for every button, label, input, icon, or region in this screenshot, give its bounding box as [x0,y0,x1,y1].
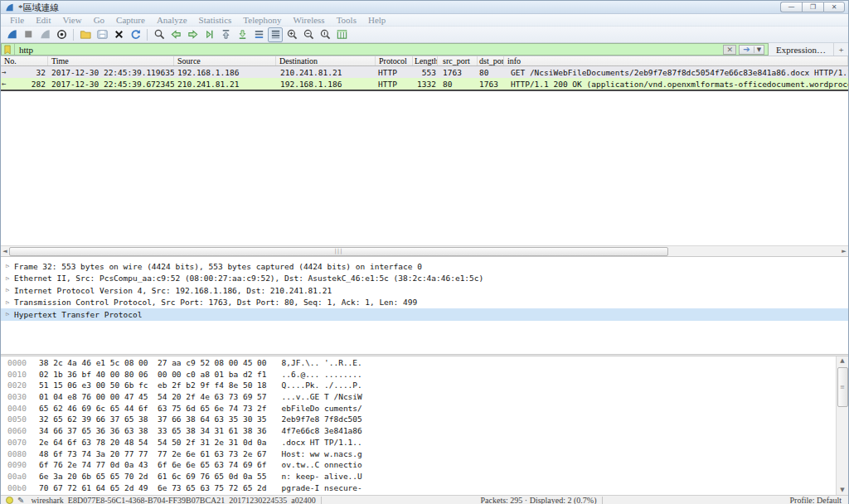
column-header-protocol[interactable]: Protocol [376,56,413,65]
cell-time: 2017-12-30 22:45:39.119635 [48,68,174,77]
detail-tree-item[interactable]: ▷Ethernet II, Src: PcsCompu_aa:c9:52 (08… [1,273,848,285]
menu-item-capture[interactable]: Capture [110,14,151,26]
hex-bytes: 34 66 37 65 36 36 63 38 33 65 38 34 31 6… [39,426,267,438]
hex-line-0090[interactable]: 00906f 76 2e 74 77 0d 0a 43 6f 6e 6e 65 … [7,460,836,472]
column-header-info[interactable]: info [504,56,848,65]
packet-row-32[interactable]: →322017-12-30 22:45:39.119635192.168.1.1… [1,66,848,78]
filter-clear-button[interactable]: ✕ [723,45,736,55]
hex-line-0020[interactable]: 002051 15 06 e3 00 50 6b fc eb 2f b2 9f … [7,380,836,392]
menu-item-wireless[interactable]: Wireless [288,14,331,26]
profile-status[interactable]: Profile: Default [790,496,842,504]
detail-tree-item[interactable]: ▷Internet Protocol Version 4, Src: 192.1… [1,284,848,297]
column-header-time[interactable]: Time [48,56,174,65]
column-header-srcport[interactable]: src_port [438,56,478,65]
filter-apply-button[interactable]: ➔ ▼ [739,45,764,55]
add-filter-button[interactable]: + [833,43,848,56]
capture-comment-icon[interactable]: ✎ [17,496,24,504]
expression-button[interactable]: Expression… [769,43,833,56]
hex-line-0030[interactable]: 003001 04 e8 76 00 00 47 45 54 20 2f 4e … [7,392,836,404]
toolbar-separator [73,29,74,41]
expand-triangle-icon[interactable]: ▷ [6,275,14,282]
menu-item-analyze[interactable]: Analyze [151,14,193,26]
hex-line-00b0[interactable]: 00b070 67 72 61 64 65 2d 49 6e 73 65 63 … [7,483,836,495]
hex-bytes: 6e 3a 20 6b 65 65 70 2d 61 6c 69 76 65 0… [39,472,267,483]
find-packet-button[interactable] [152,27,167,42]
go-back-button[interactable] [168,27,183,42]
detail-tree-item[interactable]: ▷Transmission Control Protocol, Src Port… [1,297,848,309]
hex-line-0010[interactable]: 001002 1b 36 bf 40 00 80 06 00 00 c0 a8 … [7,370,836,381]
close-file-button[interactable] [111,27,126,42]
go-to-top-button[interactable] [218,27,233,42]
go-forward-button[interactable] [185,27,200,42]
vertical-scrollbar-thumb[interactable]: ≡ [837,367,848,407]
scroll-up-arrow-icon[interactable]: ▲ [840,356,844,366]
display-filter-input[interactable]: http ✕ ➔ ▼ [1,43,769,56]
hex-bytes: 2e 64 6f 63 78 20 48 54 54 50 2f 31 2e 3… [39,438,267,449]
filter-dropdown-caret-icon[interactable]: ▼ [754,46,764,53]
cell-info: GET /NcsiWebFileDocuments/2eb9f7e87f8dc5… [504,68,848,77]
menu-item-go[interactable]: Go [88,14,110,26]
hex-line-0040[interactable]: 004065 62 46 69 6c 65 44 6f 63 75 6d 65 … [7,404,836,415]
expand-triangle-icon[interactable]: ▷ [6,287,14,293]
zoom-reset-button[interactable] [318,27,332,42]
menu-item-statistics[interactable]: Statistics [193,14,238,26]
save-file-button[interactable] [95,27,109,42]
expand-triangle-icon[interactable]: ▷ [6,311,14,317]
menu-item-edit[interactable]: Edit [30,14,56,26]
horizontal-scrollbar[interactable]: ◄ ||| ► [1,245,848,256]
cell-len: 553 [413,68,438,77]
auto-scroll-button[interactable] [251,27,266,42]
scroll-right-arrow-icon[interactable]: ► [840,248,848,254]
hex-line-0080[interactable]: 008048 6f 73 74 3a 20 77 77 77 2e 6e 61 … [7,449,836,461]
hex-offset: 0040 [7,404,32,415]
resize-columns-button[interactable] [334,27,349,42]
cell-dport: 80 [478,68,504,77]
detail-tree-item[interactable]: ▷Frame 32: 553 bytes on wire (4424 bits)… [1,260,848,273]
go-to-bottom-button[interactable] [235,27,250,42]
hex-line-0000[interactable]: 000038 2c 4a 46 e1 5c 08 00 27 aa c9 52 … [7,358,836,370]
filter-apply-arrow-icon[interactable]: ➔ [740,45,753,54]
horizontal-scrollbar-thumb[interactable]: ||| [9,247,668,256]
menu-item-telephony[interactable]: Telephony [237,14,287,26]
menu-item-view[interactable]: View [56,14,87,26]
menu-item-file[interactable]: File [4,14,30,26]
minimize-button[interactable]: — [780,2,802,12]
hex-bytes: 51 15 06 e3 00 50 6b fc eb 2f b2 9f f4 8… [39,380,267,392]
open-file-button[interactable] [78,27,93,42]
packet-row-282[interactable]: ←2822017-12-30 22:45:39.672345210.241.81… [1,78,848,90]
expand-triangle-icon[interactable]: ▷ [6,299,14,306]
column-header-no[interactable]: No. [1,56,48,65]
packet-details-pane: ▷Frame 32: 553 bytes on wire (4424 bits)… [1,256,848,354]
column-header-length[interactable]: Length [413,56,438,65]
hex-line-0050[interactable]: 005032 65 62 39 66 37 65 38 37 66 38 64 … [7,414,836,426]
vertical-scrollbar[interactable]: ▲ ≡ ▼ [836,356,848,495]
column-header-destination[interactable]: Destination [276,56,376,65]
filter-value[interactable]: http [15,45,723,55]
zoom-in-button[interactable] [284,27,299,42]
detail-tree-item[interactable]: ▷Hypertext Transfer Protocol [1,308,848,321]
colorize-button[interactable] [268,27,283,42]
column-header-source[interactable]: Source [174,56,276,65]
stop-capture-button[interactable] [21,27,36,42]
menu-item-tools[interactable]: Tools [331,14,362,26]
menu-item-help[interactable]: Help [362,14,391,26]
restore-button[interactable]: ❐ [802,2,823,12]
capture-options-button[interactable] [54,27,69,42]
stop-capture-icon [22,28,35,41]
start-capture-button[interactable] [4,27,19,42]
restart-capture-button[interactable] [37,27,52,42]
scroll-left-arrow-icon[interactable]: ◄ [1,248,9,254]
column-header-dstport[interactable]: dst_port [478,56,504,65]
expand-triangle-icon[interactable]: ▷ [6,263,14,269]
close-button[interactable]: ✕ [823,2,845,12]
hex-line-0060[interactable]: 006034 66 37 65 36 36 63 38 33 65 38 34 … [7,426,836,438]
go-to-packet-button[interactable] [201,27,216,42]
start-capture-icon [6,28,18,41]
hex-line-0070[interactable]: 00702e 64 6f 63 78 20 48 54 54 50 2f 31 … [7,438,836,449]
zoom-out-button[interactable] [301,27,316,42]
expert-info-icon[interactable] [6,497,13,504]
scroll-down-arrow-icon[interactable]: ▼ [840,486,844,495]
hex-line-00a0[interactable]: 00a06e 3a 20 6b 65 65 70 2d 61 6c 69 76 … [7,472,836,483]
filter-bookmark-icon[interactable] [3,44,15,55]
reload-file-button[interactable] [128,27,143,42]
